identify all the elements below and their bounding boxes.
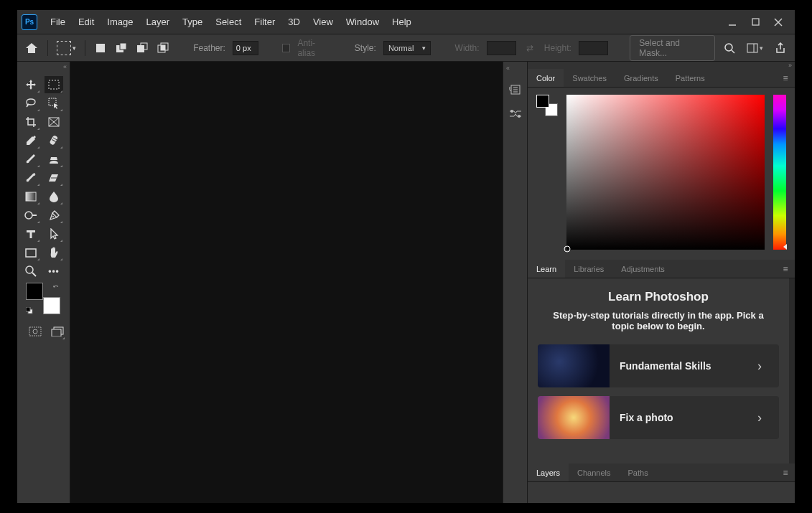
tab-adjustments[interactable]: Adjustments xyxy=(612,260,673,278)
menu-select[interactable]: Select xyxy=(210,14,247,30)
svg-rect-37 xyxy=(52,329,61,336)
hand-tool[interactable] xyxy=(45,244,63,261)
feather-input[interactable] xyxy=(233,41,258,55)
selection-subtract-icon[interactable] xyxy=(135,41,149,55)
layers-panel-menu-icon[interactable]: ≡ xyxy=(776,463,795,481)
background-color-swatch[interactable] xyxy=(43,297,60,314)
quick-select-tool[interactable] xyxy=(45,95,63,112)
share-icon[interactable] xyxy=(773,41,788,55)
gradient-tool[interactable] xyxy=(22,188,40,205)
eraser-tool[interactable] xyxy=(45,169,63,187)
tab-libraries[interactable]: Libraries xyxy=(565,260,612,278)
selection-add-icon[interactable] xyxy=(115,41,129,55)
antialias-checkbox xyxy=(282,44,290,52)
learn-card-title: Fundamental Skills xyxy=(610,360,757,372)
width-label: Width: xyxy=(455,43,480,53)
quick-mask-button[interactable] xyxy=(27,323,43,340)
tab-paths[interactable]: Paths xyxy=(620,463,657,481)
brush-tool[interactable] xyxy=(22,151,40,168)
menu-window[interactable]: Window xyxy=(340,14,385,30)
frame-tool[interactable] xyxy=(45,113,63,131)
menu-filter[interactable]: Filter xyxy=(248,14,281,30)
menu-view[interactable]: View xyxy=(307,14,339,30)
menu-help[interactable]: Help xyxy=(386,14,417,30)
color-field[interactable] xyxy=(566,95,765,250)
zoom-tool[interactable] xyxy=(22,263,40,280)
menu-3d[interactable]: 3D xyxy=(282,14,306,30)
path-select-tool[interactable] xyxy=(45,225,63,243)
fg-swatch[interactable] xyxy=(536,95,549,108)
select-and-mask-button[interactable]: Select and Mask... xyxy=(630,35,715,61)
dodge-tool[interactable] xyxy=(22,207,40,224)
chevron-right-icon: › xyxy=(757,410,779,425)
blur-tool[interactable] xyxy=(45,188,63,205)
foreground-color-swatch[interactable] xyxy=(26,283,43,300)
history-brush-tool[interactable] xyxy=(22,169,40,187)
svg-point-12 xyxy=(725,44,732,51)
style-label: Style: xyxy=(355,43,376,53)
menu-edit[interactable]: Edit xyxy=(73,14,100,30)
window-minimize-button[interactable] xyxy=(727,17,737,27)
menu-type[interactable]: Type xyxy=(177,14,208,30)
color-swatches[interactable]: ⤺ xyxy=(26,283,60,314)
tab-patterns[interactable]: Patterns xyxy=(667,69,714,87)
menu-layer[interactable]: Layer xyxy=(141,14,176,30)
screen-mode-button[interactable] xyxy=(50,323,66,340)
learn-card-title: Fix a photo xyxy=(610,412,757,423)
svg-rect-34 xyxy=(29,327,41,336)
home-button[interactable] xyxy=(24,41,39,55)
style-select[interactable]: Normal▾ xyxy=(383,41,431,55)
learn-scroll-area[interactable]: Learn Photoshop Step-by-step tutorials d… xyxy=(528,278,789,463)
clone-stamp-tool[interactable] xyxy=(45,151,63,168)
shape-tool[interactable] xyxy=(22,244,40,261)
color-panel-menu-icon[interactable]: ≡ xyxy=(776,69,795,87)
selection-intersect-icon[interactable] xyxy=(156,41,169,55)
default-colors-icon[interactable] xyxy=(26,307,33,314)
crop-tool[interactable] xyxy=(22,113,40,131)
window-maximize-button[interactable] xyxy=(750,17,760,27)
type-tool[interactable] xyxy=(22,225,40,243)
canvas-area[interactable] xyxy=(70,62,503,503)
tab-swatches[interactable]: Swatches xyxy=(564,69,615,87)
edit-toolbar-button[interactable]: ••• xyxy=(45,263,63,280)
hue-slider-thumb[interactable] xyxy=(783,244,787,250)
svg-line-31 xyxy=(32,273,36,276)
tab-learn[interactable]: Learn xyxy=(528,260,565,278)
learn-panel-menu-icon[interactable]: ≡ xyxy=(776,260,795,278)
menu-image[interactable]: Image xyxy=(101,14,139,30)
window-close-button[interactable] xyxy=(773,17,783,27)
learn-card-fixphoto[interactable]: Fix a photo › xyxy=(538,396,779,439)
properties-panel-icon[interactable] xyxy=(508,106,523,122)
tab-layers[interactable]: Layers xyxy=(528,463,569,481)
eyedropper-tool[interactable] xyxy=(22,132,40,149)
pen-tool[interactable] xyxy=(45,207,63,224)
lasso-tool[interactable] xyxy=(22,95,40,112)
learn-subheading: Step-by-step tutorials directly in the a… xyxy=(543,310,773,331)
color-panel-swatches[interactable] xyxy=(536,95,558,116)
search-icon[interactable] xyxy=(722,41,737,55)
move-tool[interactable] xyxy=(22,76,40,93)
tab-color[interactable]: Color xyxy=(528,69,564,87)
hue-slider[interactable] xyxy=(773,95,786,250)
collapse-panels-icon[interactable]: » xyxy=(528,62,795,69)
learn-card-fundamental[interactable]: Fundamental Skills › xyxy=(538,344,779,387)
current-tool-indicator[interactable]: ▾ xyxy=(57,41,76,55)
svg-rect-29 xyxy=(26,249,36,257)
selection-new-icon[interactable] xyxy=(94,41,108,55)
svg-rect-11 xyxy=(161,45,165,50)
learn-scrollbar[interactable] xyxy=(789,278,795,463)
tab-gradients[interactable]: Gradients xyxy=(615,69,667,87)
swap-colors-icon[interactable]: ⤺ xyxy=(53,283,59,290)
layers-panel-tabs: Layers Channels Paths ≡ xyxy=(528,463,795,482)
svg-rect-4 xyxy=(96,44,105,52)
workspace-switcher[interactable]: ▾ xyxy=(747,41,763,55)
menu-file[interactable]: File xyxy=(45,14,71,30)
expand-dock-icon[interactable]: « xyxy=(503,63,527,73)
collapse-toolbar-icon[interactable]: « xyxy=(17,62,70,72)
marquee-tool[interactable] xyxy=(45,76,63,93)
tab-channels[interactable]: Channels xyxy=(569,463,619,481)
healing-brush-tool[interactable] xyxy=(45,132,63,149)
history-panel-icon[interactable] xyxy=(508,82,523,98)
svg-point-30 xyxy=(26,266,33,273)
right-panel-dock: » Color Swatches Gradients Patterns ≡ xyxy=(528,62,795,503)
